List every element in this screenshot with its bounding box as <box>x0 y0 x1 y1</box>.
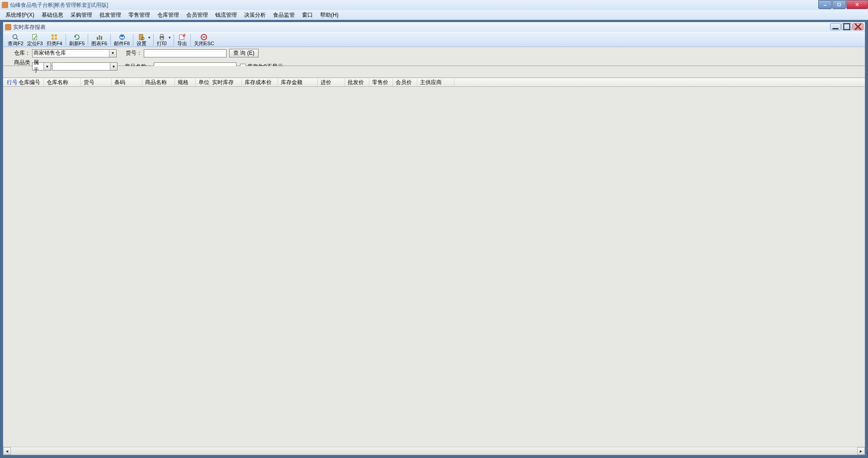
menu-retail[interactable]: 零售管理 <box>125 10 154 20</box>
main-titlebar: 仙峰食品电子台帐[帐务管理帐套][试用版] <box>0 0 868 10</box>
prodcode-input[interactable] <box>144 49 226 57</box>
scroll-left-icon[interactable]: ◄ <box>3 447 11 455</box>
menu-wholesale[interactable]: 批发管理 <box>96 10 125 20</box>
svg-rect-23 <box>160 38 163 40</box>
toolbar: 查询F2 定位F3 归类F4 刷新F5 图表F6 <box>3 32 865 47</box>
mdi-area: 实时库存报表 查询F2 定位F3 归类F4 <box>0 20 868 458</box>
table-header: 行号 仓库编号 仓库名称 货号 条码 商品名称 规格 单位 实时库存 库存成本价… <box>3 78 865 87</box>
child-close-button[interactable] <box>853 23 863 30</box>
th-warehouse-name[interactable]: 仓库名称 <box>44 79 81 86</box>
scroll-right-icon[interactable]: ► <box>857 447 865 455</box>
child-maximize-button[interactable] <box>841 23 852 30</box>
toolbar-export-label: 导出 <box>177 41 187 46</box>
close-button[interactable] <box>846 0 868 9</box>
toolbar-chart-label: 图表F6 <box>91 41 107 46</box>
th-supplier[interactable]: 主供应商 <box>417 79 454 86</box>
svg-rect-5 <box>844 24 849 29</box>
settings-icon <box>138 33 145 41</box>
chevron-down-icon: ▼ <box>168 36 171 40</box>
th-realtime-stock[interactable]: 实时库存 <box>209 79 242 86</box>
maximize-button[interactable] <box>832 0 846 9</box>
child-minimize-button[interactable] <box>830 23 841 30</box>
warehouse-label: 仓库： <box>7 49 32 57</box>
menu-basic[interactable]: 基础信息 <box>38 10 67 20</box>
toolbar-separator <box>88 34 88 46</box>
toolbar-separator <box>153 34 154 46</box>
query-button[interactable]: 查 询 (E) <box>229 49 259 57</box>
refresh-icon <box>73 33 80 41</box>
belongs-value: 属于 <box>33 59 43 74</box>
chevron-down-icon: ▼ <box>109 50 116 57</box>
child-app-icon <box>5 24 11 30</box>
toolbar-separator <box>133 34 133 46</box>
toolbar-query[interactable]: 查询F2 <box>6 33 25 47</box>
toolbar-group-label: 归类F4 <box>47 41 62 46</box>
locate-icon <box>31 33 38 41</box>
th-warehouse-code[interactable]: 仓库编号 <box>16 79 44 86</box>
child-window: 实时库存报表 查询F2 定位F3 归类F4 <box>3 22 865 455</box>
toolbar-export[interactable]: 导出 <box>175 33 189 47</box>
toolbar-mail[interactable]: 邮件F8 <box>112 33 132 47</box>
svg-point-8 <box>13 34 17 38</box>
th-purchase-price[interactable]: 进价 <box>318 79 345 86</box>
toolbar-refresh-label: 刷新F5 <box>69 41 85 46</box>
menu-food[interactable]: 食品监管 <box>269 10 298 20</box>
chevron-down-icon: ▼ <box>43 63 51 70</box>
toolbar-query-label: 查询F2 <box>8 41 24 46</box>
toolbar-separator <box>174 34 174 46</box>
svg-line-9 <box>17 38 19 40</box>
th-member-price[interactable]: 会员价 <box>393 79 417 86</box>
svg-rect-12 <box>55 34 57 37</box>
toolbar-close[interactable]: 关闭ESC <box>192 33 216 47</box>
child-titlebar: 实时库存报表 <box>3 22 865 32</box>
print-icon <box>158 33 165 41</box>
toolbar-settings[interactable]: 设置 ▼ <box>135 33 148 47</box>
menu-money[interactable]: 钱流管理 <box>212 10 241 20</box>
table: 行号 仓库编号 仓库名称 货号 条码 商品名称 规格 单位 实时库存 库存成本价… <box>3 78 865 455</box>
th-stock-amount[interactable]: 库存金额 <box>278 79 318 86</box>
toolbar-separator <box>110 34 111 46</box>
menu-warehouse[interactable]: 仓库管理 <box>154 10 183 20</box>
toolbar-print-label: 打印 <box>157 41 167 46</box>
th-unit[interactable]: 单位 <box>196 79 209 86</box>
chart-icon <box>96 33 103 41</box>
belongs-combo[interactable]: 属于 ▼ <box>32 62 51 71</box>
svg-rect-14 <box>55 38 57 40</box>
warehouse-combo[interactable]: 商家销售仓库 ▼ <box>32 49 117 57</box>
th-cost-price[interactable]: 库存成本价 <box>242 79 278 86</box>
mail-icon <box>118 33 126 41</box>
toolbar-locate[interactable]: 定位F3 <box>25 33 45 47</box>
toolbar-chart[interactable]: 图表F6 <box>90 33 109 47</box>
th-prod-name[interactable]: 商品名称 <box>142 79 175 86</box>
th-barcode[interactable]: 条码 <box>112 79 142 86</box>
th-row-number[interactable]: 行号 <box>3 79 16 86</box>
th-spec[interactable]: 规格 <box>175 79 196 86</box>
th-retail-price[interactable]: 零售价 <box>369 79 393 86</box>
svg-rect-22 <box>160 34 163 36</box>
chevron-down-icon: ▼ <box>110 63 117 70</box>
menu-help[interactable]: 帮助(H) <box>316 10 342 20</box>
main-window-title: 仙峰食品电子台帐[帐务管理帐套][试用版] <box>10 1 108 9</box>
th-wholesale-price[interactable]: 批发价 <box>345 79 369 86</box>
chevron-down-icon: ▼ <box>147 36 151 40</box>
toolbar-group[interactable]: 归类F4 <box>45 33 64 47</box>
svg-rect-1 <box>838 3 840 6</box>
menu-member[interactable]: 会员管理 <box>183 10 212 20</box>
toolbar-separator <box>190 34 191 46</box>
minimize-button[interactable] <box>818 0 832 9</box>
category-combo[interactable]: ▼ <box>52 62 118 71</box>
filter-gap <box>3 66 865 78</box>
menubar: 系统维护(X) 基础信息 采购管理 批发管理 零售管理 仓库管理 会员管理 钱流… <box>0 10 868 20</box>
svg-rect-11 <box>52 34 54 37</box>
menu-system[interactable]: 系统维护(X) <box>2 10 38 20</box>
toolbar-print[interactable]: 打印 ▼ <box>155 33 169 47</box>
menu-purchase[interactable]: 采购管理 <box>67 10 96 20</box>
toolbar-refresh[interactable]: 刷新F5 <box>67 33 87 47</box>
toolbar-separator <box>66 34 66 46</box>
horizontal-scrollbar[interactable]: ◄ ► <box>3 447 865 455</box>
th-prod-code[interactable]: 货号 <box>81 79 112 86</box>
svg-point-18 <box>119 34 125 40</box>
menu-decision[interactable]: 决策分析 <box>241 10 269 20</box>
export-icon <box>179 33 186 41</box>
menu-window[interactable]: 窗口 <box>298 10 316 20</box>
